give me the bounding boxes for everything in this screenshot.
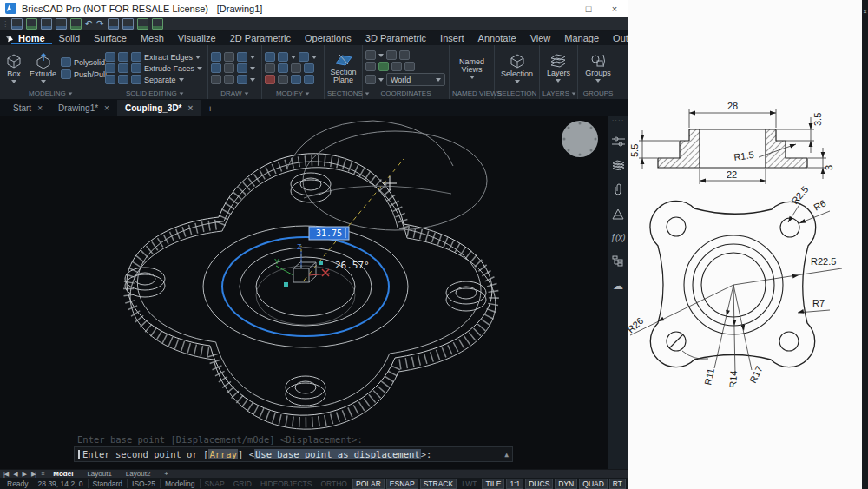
new-tab-button[interactable]: + [201,102,220,116]
default-option[interactable]: Use base point as displacement [254,449,421,459]
paste-icon[interactable] [137,18,148,30]
tab-layout2[interactable]: Layout2 [122,470,155,478]
shell-icon[interactable] [105,75,115,84]
scroll-up-icon[interactable]: ▲ [504,451,509,459]
tab-operations[interactable]: Operations [298,32,358,44]
ucs-face-icon[interactable] [386,50,397,60]
subtract-icon[interactable] [118,52,128,62]
ucs-view-icon[interactable] [399,50,410,60]
tab-mesh[interactable]: Mesh [134,32,171,44]
tab-model[interactable]: Model [49,470,77,478]
tab-annotate[interactable]: Annotate [471,32,523,44]
tab-visualize[interactable]: Visualize [171,32,223,44]
explode-icon[interactable] [278,75,288,84]
trim-icon[interactable] [291,63,301,73]
named-views-button[interactable]: Named Views [452,58,491,79]
dynamic-input[interactable]: 31.75 [309,227,349,240]
ucs-z-icon[interactable] [378,62,389,71]
workspace[interactable]: Modeling [161,479,201,488]
polysolid-button[interactable]: Polysolid [61,57,107,67]
toggle-strack[interactable]: STRACK [420,479,457,489]
toggle-hideobjects[interactable]: HIDEOBJECTS [257,479,316,489]
toggle-ortho[interactable]: ORTHO [317,479,351,489]
layers-button[interactable]: Layers [544,54,573,83]
close-icon[interactable]: × [188,103,194,113]
ucs-select[interactable]: World [386,73,445,86]
imprint-icon[interactable] [118,75,128,84]
tab-manage[interactable]: Manage [557,32,606,44]
toggle-esnap[interactable]: ESNAP [386,479,418,489]
selection-button[interactable]: Selection [498,54,536,83]
ucs-world-icon[interactable] [404,62,415,71]
command-line-panel[interactable]: Enter base point [Displacement/mOde] <Di… [74,433,513,462]
ucs-origin-icon[interactable] [365,62,376,71]
toggle-quad[interactable]: QUAD [579,479,608,489]
push-pull-button[interactable]: Push/Pull [61,69,107,79]
copy-tool-icon[interactable] [278,52,288,62]
selected-circle[interactable] [222,237,389,336]
box-button[interactable]: Box [3,53,25,83]
toggle-grid[interactable]: GRID [230,479,255,489]
rotate-icon[interactable] [299,52,309,62]
prev-layout-icon[interactable]: ◀ [13,471,16,478]
rectangle-icon[interactable] [224,75,234,84]
doc-tab-drawing1[interactable]: Drawing1*× [50,100,117,116]
union-icon[interactable] [105,52,115,62]
ucs-3point-icon[interactable] [391,62,402,71]
circle-icon[interactable] [237,63,247,73]
mirror-icon[interactable] [304,63,314,73]
cloud-icon[interactable]: ☁ [613,280,623,292]
next-layout-icon[interactable]: ▶ [23,471,26,478]
scale-icon[interactable] [265,63,275,73]
toggle-polar[interactable]: POLAR [352,479,385,489]
render-materials-icon[interactable] [612,208,624,220]
layout-menu-icon[interactable]: ≡ [41,471,43,477]
doc-tab-start[interactable]: Start× [5,100,50,116]
tab-surface[interactable]: Surface [87,32,134,44]
structure-icon[interactable] [612,255,624,267]
properties-icon[interactable] [612,136,625,147]
text-style[interactable]: Standard [89,479,128,488]
extrude-button[interactable]: Extrude [27,53,59,83]
cut-icon[interactable] [108,18,119,30]
tab-2d-parametric[interactable]: 2D Parametric [223,32,298,44]
groups-button[interactable]: Groups [582,54,614,83]
new-file-icon[interactable] [11,18,23,30]
toggle-snap[interactable]: SNAP [201,479,228,489]
revcloud-icon[interactable] [224,52,234,62]
command-prompt[interactable]: Enter second point or [Array] <Use base … [74,446,513,462]
layers-panel-icon[interactable] [612,160,625,170]
add-layout-button[interactable]: + [160,470,173,478]
delete-icon[interactable] [265,75,275,84]
move-icon[interactable] [265,52,275,62]
close-icon[interactable]: × [862,9,868,15]
tab-layout1[interactable]: Layout1 [82,470,115,478]
close-icon[interactable]: × [104,103,109,113]
maximize-button[interactable]: □ [575,0,602,17]
minimize-button[interactable]: – [549,0,575,17]
section-plane-button[interactable]: Section Plane [327,53,359,84]
spline-icon[interactable] [211,63,221,73]
save-as-icon[interactable] [56,18,67,30]
lookfrom-control[interactable] [562,121,598,157]
toggle-dyn[interactable]: DYN [555,479,577,489]
offset-icon[interactable] [304,75,314,84]
array-option[interactable]: Array [208,449,238,459]
intersect-icon[interactable] [105,63,115,73]
array-icon[interactable] [278,63,288,73]
tab-home[interactable]: Home [11,32,52,44]
toggle-lwt[interactable]: LWT [458,479,480,489]
toggle-rt[interactable]: RT [609,479,626,489]
tab-3d-parametric[interactable]: 3D Parametric [358,32,433,44]
drawing-viewport[interactable]: Z Y 26.57° 31.75 [0,116,628,469]
tab-view[interactable]: View [523,32,558,44]
copy-icon[interactable] [122,18,134,30]
coordinates-readout[interactable]: 28.39, 14.2, 0 [34,479,89,488]
ucs-icon[interactable] [365,50,376,60]
dim-style[interactable]: ISO-25 [128,479,161,488]
open-file-icon[interactable] [26,18,37,30]
toggle-tile[interactable]: TILE [482,479,504,489]
separate-button[interactable]: Separate [131,75,184,84]
line-icon[interactable] [224,63,234,73]
arc-icon[interactable] [211,52,221,62]
